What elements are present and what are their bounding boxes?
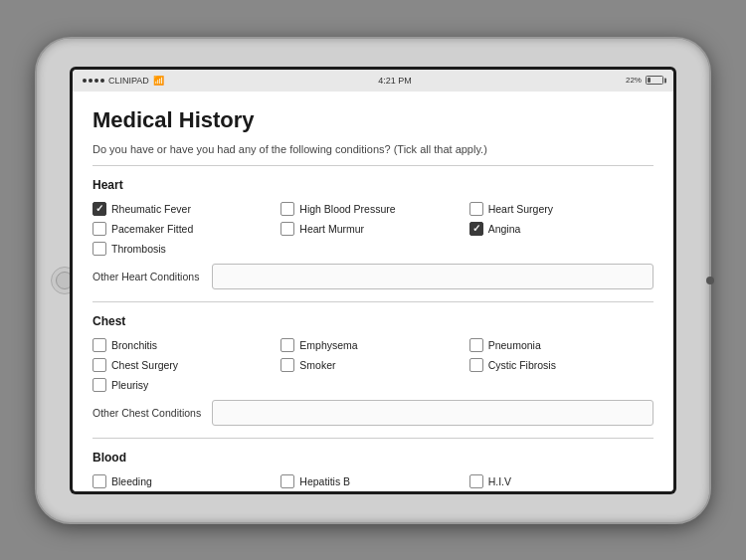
checkbox-item-angina[interactable]: Angina: [469, 222, 653, 236]
other-chest-label: Other Chest Conditions: [93, 407, 202, 419]
checkbox-emphysema[interactable]: [280, 338, 294, 352]
label-hiv: H.I.V: [488, 475, 511, 487]
label-high-blood-pressure: High Blood Pressure: [299, 203, 395, 215]
screen-border: CLINIPAD 📶 4:21 PM 22% Medical History D…: [70, 67, 676, 494]
other-chest-input[interactable]: [212, 400, 653, 426]
battery-fill: [648, 78, 651, 83]
label-hepatitis-b: Hepatitis B: [299, 475, 350, 487]
status-left: CLINIPAD 📶: [83, 76, 164, 86]
time-display: 4:21 PM: [378, 76, 412, 86]
label-rheumatic-fever: Rheumatic Fever: [111, 203, 191, 215]
checkbox-bronchitis[interactable]: [93, 338, 106, 352]
checkbox-item-bleeding[interactable]: Bleeding: [93, 474, 277, 488]
checkbox-item-smoker[interactable]: Smoker: [280, 358, 465, 372]
chest-section: Chest Bronchitis Emphysema Pneumon: [93, 314, 653, 426]
checkbox-item-emphysema[interactable]: Emphysema: [280, 338, 465, 352]
checkbox-rheumatic-fever[interactable]: [93, 202, 106, 216]
top-divider: [93, 165, 653, 166]
checkbox-heart-murmur[interactable]: [280, 222, 294, 236]
signal-dot-3: [94, 79, 98, 83]
page-subtitle: Do you have or have you had any of the f…: [93, 143, 653, 155]
checkbox-item-hiv[interactable]: H.I.V: [469, 474, 653, 488]
label-pleurisy: Pleurisy: [111, 379, 148, 391]
label-pneumonia: Pneumonia: [488, 339, 541, 351]
content-area[interactable]: Medical History Do you have or have you …: [73, 92, 673, 491]
checkbox-angina[interactable]: [469, 222, 483, 236]
label-emphysema: Emphysema: [299, 339, 357, 351]
checkbox-high-blood-pressure[interactable]: [280, 202, 294, 216]
checkbox-item-cystic-fibrosis[interactable]: Cystic Fibrosis: [469, 358, 653, 372]
checkbox-hepatitis-b[interactable]: [280, 474, 294, 488]
checkbox-item-pacemaker-fitted[interactable]: Pacemaker Fitted: [93, 222, 277, 236]
other-heart-input[interactable]: [212, 264, 653, 289]
other-heart-row: Other Heart Conditions: [93, 264, 653, 289]
wifi-icon: 📶: [153, 76, 164, 86]
time-text: 4:21 PM: [378, 76, 412, 86]
signal-dot-2: [89, 79, 93, 83]
checkbox-item-pleurisy[interactable]: Pleurisy: [93, 378, 277, 392]
heart-chest-divider: [93, 301, 653, 302]
checkbox-item-high-blood-pressure[interactable]: High Blood Pressure: [280, 202, 465, 216]
checkbox-pneumonia[interactable]: [469, 338, 483, 352]
label-bleeding: Bleeding: [111, 475, 152, 487]
chest-blood-divider: [93, 438, 653, 439]
checkbox-heart-surgery[interactable]: [469, 202, 483, 216]
ipad-device: CLINIPAD 📶 4:21 PM 22% Medical History D…: [35, 37, 711, 524]
heart-checkbox-grid: Rheumatic Fever High Blood Pressure Hear…: [93, 202, 653, 256]
battery-percent: 22%: [626, 76, 642, 85]
checkbox-item-bronchitis[interactable]: Bronchitis: [93, 338, 277, 352]
screen: CLINIPAD 📶 4:21 PM 22% Medical History D…: [73, 70, 673, 491]
heart-section: Heart Rheumatic Fever High Blood Pressur…: [93, 178, 653, 289]
chest-checkbox-grid: Bronchitis Emphysema Pneumonia C: [93, 338, 653, 392]
label-smoker: Smoker: [299, 359, 335, 371]
checkbox-item-chest-surgery[interactable]: Chest Surgery: [93, 358, 277, 372]
signal-dot-4: [100, 79, 104, 83]
checkbox-hiv[interactable]: [469, 474, 483, 488]
side-button[interactable]: [706, 277, 714, 284]
signal-dots: [83, 79, 104, 83]
checkbox-item-heart-murmur[interactable]: Heart Murmur: [280, 222, 465, 236]
checkbox-cystic-fibrosis[interactable]: [469, 358, 483, 372]
checkbox-chest-surgery[interactable]: [93, 358, 106, 372]
status-bar: CLINIPAD 📶 4:21 PM 22%: [73, 70, 673, 92]
checkbox-smoker[interactable]: [280, 358, 294, 372]
chest-section-title: Chest: [93, 314, 653, 328]
label-bronchitis: Bronchitis: [111, 339, 157, 351]
label-heart-surgery: Heart Surgery: [488, 203, 553, 215]
checkbox-pleurisy[interactable]: [93, 378, 106, 392]
blood-section-title: Blood: [93, 451, 653, 465]
heart-section-title: Heart: [93, 178, 653, 192]
checkbox-item-rheumatic-fever[interactable]: Rheumatic Fever: [93, 202, 277, 216]
other-chest-row: Other Chest Conditions: [93, 400, 653, 426]
label-chest-surgery: Chest Surgery: [111, 359, 178, 371]
label-thrombosis: Thrombosis: [111, 243, 166, 255]
label-heart-murmur: Heart Murmur: [299, 223, 364, 235]
checkbox-pacemaker-fitted[interactable]: [93, 222, 106, 236]
blood-checkbox-grid: Bleeding Hepatitis B H.I.V: [93, 474, 653, 488]
checkbox-item-pneumonia[interactable]: Pneumonia: [469, 338, 653, 352]
status-right: 22%: [626, 76, 663, 85]
checkbox-bleeding[interactable]: [93, 474, 106, 488]
other-heart-label: Other Heart Conditions: [93, 271, 202, 282]
label-cystic-fibrosis: Cystic Fibrosis: [488, 359, 556, 371]
label-pacemaker-fitted: Pacemaker Fitted: [111, 223, 193, 235]
carrier-label: CLINIPAD: [108, 76, 149, 86]
blood-section: Blood Bleeding Hepatitis B H.I.V: [93, 451, 653, 488]
label-angina: Angina: [488, 223, 521, 235]
page-title: Medical History: [93, 107, 653, 133]
signal-dot-1: [83, 79, 87, 83]
battery-icon: [646, 76, 663, 85]
checkbox-item-heart-surgery[interactable]: Heart Surgery: [469, 202, 653, 216]
checkbox-item-hepatitis-b[interactable]: Hepatitis B: [280, 474, 465, 488]
checkbox-thrombosis[interactable]: [93, 242, 106, 256]
checkbox-item-thrombosis[interactable]: Thrombosis: [93, 242, 277, 256]
